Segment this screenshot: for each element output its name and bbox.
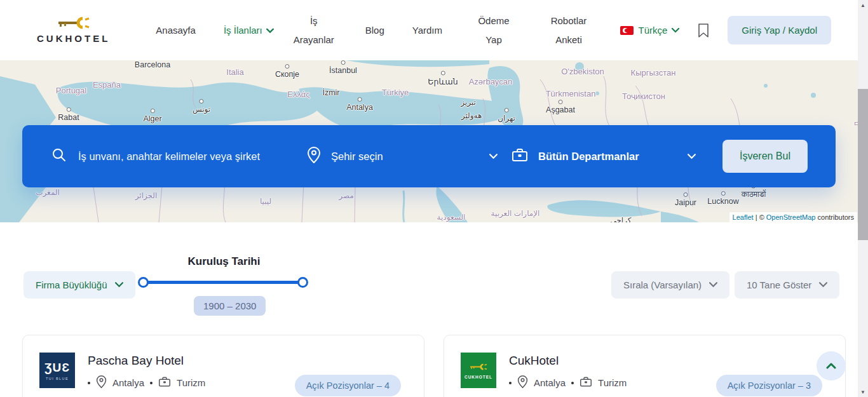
briefcase-icon bbox=[158, 376, 171, 389]
chevron-down-icon bbox=[489, 154, 498, 159]
chevron-down-icon bbox=[672, 28, 679, 33]
bullet bbox=[88, 382, 90, 384]
chevron-down-icon bbox=[115, 282, 123, 288]
site-logo[interactable]: CUKHOTEL bbox=[37, 17, 110, 44]
scroll-to-top-button[interactable] bbox=[817, 351, 846, 380]
chevron-down-icon bbox=[819, 282, 827, 288]
slider-handle-max[interactable] bbox=[297, 277, 308, 288]
find-employer-button[interactable]: İşveren Bul bbox=[722, 140, 808, 173]
company-name: Pascha Bay Hotel bbox=[88, 354, 205, 368]
company-name: CukHotel bbox=[509, 354, 627, 368]
department-select-label: Bütün Departmanlar bbox=[538, 151, 639, 163]
company-meta: Antalya Turizm bbox=[509, 375, 627, 390]
bullet bbox=[571, 382, 574, 384]
open-positions-badge: Açık Pozisyonlar – 4 bbox=[295, 375, 401, 396]
company-industry: Turizm bbox=[177, 377, 205, 388]
company-location: Antalya bbox=[534, 377, 566, 388]
top-navbar: CUKHOTEL Anasayfa İş İlanları İş Arayanl… bbox=[0, 0, 868, 60]
bullet bbox=[150, 382, 153, 384]
map-attribution: Leaflet | © OpenStreetMap contributors bbox=[729, 212, 857, 222]
nav-item-is-ilanlari[interactable]: İş İlanları bbox=[224, 21, 262, 39]
scrollbar-up-arrow[interactable] bbox=[858, 0, 868, 10]
company-location: Antalya bbox=[112, 377, 144, 388]
nav-item-odeme-yap[interactable]: Ödeme Yap bbox=[470, 11, 517, 49]
per-page-dropdown[interactable]: 10 Tane Göster bbox=[735, 271, 839, 299]
slider-handle-min[interactable] bbox=[138, 277, 149, 288]
chevron-down-icon bbox=[266, 28, 274, 33]
nav-item-robotlar-anketi[interactable]: Robotlar Anketi bbox=[545, 11, 592, 49]
founded-range-badge: 1900 – 2030 bbox=[194, 296, 266, 316]
nav-item-blog[interactable]: Blog bbox=[365, 21, 384, 39]
chevron-down-icon bbox=[709, 282, 717, 288]
company-logo-cukhotel: CUKHOTEL bbox=[461, 353, 496, 388]
keyword-search-group bbox=[51, 147, 307, 165]
logo-wordmark: CUKHOTEL bbox=[37, 33, 110, 44]
bookmark-icon[interactable] bbox=[697, 23, 710, 38]
gold-key-icon bbox=[470, 361, 487, 373]
department-select[interactable]: Bütün Departmanlar bbox=[512, 147, 696, 165]
nav-item-yardim[interactable]: Yardım bbox=[412, 21, 442, 39]
main-nav: Anasayfa İş İlanları İş Arayanlar Blog Y… bbox=[156, 11, 592, 49]
chevron-up-icon bbox=[826, 361, 836, 371]
turkish-flag-icon bbox=[620, 26, 634, 35]
company-logo-tui-blue: ƷUƐ TUI BLUE bbox=[39, 353, 75, 388]
briefcase-icon bbox=[512, 147, 528, 165]
search-icon bbox=[51, 147, 67, 165]
city-select[interactable]: Şehir seçin bbox=[307, 147, 498, 166]
osm-link[interactable]: OpenStreetMap bbox=[766, 213, 816, 221]
leaflet-link[interactable]: Leaflet bbox=[733, 213, 754, 221]
slider-track[interactable] bbox=[143, 281, 303, 284]
briefcase-icon bbox=[580, 376, 592, 389]
chevron-down-icon bbox=[688, 154, 696, 159]
location-pin-icon bbox=[517, 375, 528, 390]
company-list: ƷUƐ TUI BLUE Pascha Bay Hotel Antalya Tu… bbox=[22, 335, 846, 397]
company-meta: Antalya Turizm bbox=[88, 375, 205, 390]
nav-item-is-arayanlar[interactable]: İş Arayanlar bbox=[290, 11, 337, 49]
leaflet-map[interactable]: BarcelonaPortugalEspañaRabatItaliaСкопје… bbox=[0, 60, 868, 222]
gold-key-icon bbox=[57, 17, 90, 32]
login-button[interactable]: Giriş Yap / Kaydol bbox=[728, 16, 831, 44]
location-pin-icon bbox=[307, 147, 321, 166]
sort-dropdown[interactable]: Sırala (Varsayılan) bbox=[611, 271, 729, 299]
company-size-dropdown[interactable]: Firma Büyüklüğü bbox=[24, 271, 135, 299]
company-card-cukhotel[interactable]: CUKHOTEL CukHotel Antalya Turizm Açık Po… bbox=[444, 335, 846, 397]
location-pin-icon bbox=[96, 375, 107, 390]
open-positions-badge: Açık Pozisyonlar – 3 bbox=[716, 375, 822, 396]
job-search-bar: Şehir seçin Bütün Departmanlar İşveren B… bbox=[22, 125, 836, 187]
company-industry: Turizm bbox=[598, 377, 627, 388]
language-label: Türkçe bbox=[638, 25, 667, 36]
founded-date-slider[interactable] bbox=[143, 278, 303, 287]
vertical-scrollbar[interactable] bbox=[858, 0, 868, 397]
language-selector[interactable]: Türkçe bbox=[620, 25, 679, 36]
nav-item-anasayfa[interactable]: Anasayfa bbox=[156, 21, 196, 39]
founded-date-title: Kuruluş Tarihi bbox=[143, 255, 305, 268]
navbar-right: Türkçe Giriş Yap / Kaydol bbox=[620, 16, 831, 44]
filters-section: Firma Büyüklüğü Kuruluş Tarihi 1900 – 20… bbox=[0, 222, 868, 335]
bullet bbox=[509, 382, 512, 384]
scrollbar-thumb[interactable] bbox=[858, 89, 868, 240]
keyword-search-input[interactable] bbox=[78, 151, 288, 163]
scrollbar-down-arrow[interactable] bbox=[858, 387, 868, 397]
city-select-label: Şehir seçin bbox=[331, 151, 383, 163]
company-card-pascha-bay[interactable]: ƷUƐ TUI BLUE Pascha Bay Hotel Antalya Tu… bbox=[22, 335, 424, 397]
